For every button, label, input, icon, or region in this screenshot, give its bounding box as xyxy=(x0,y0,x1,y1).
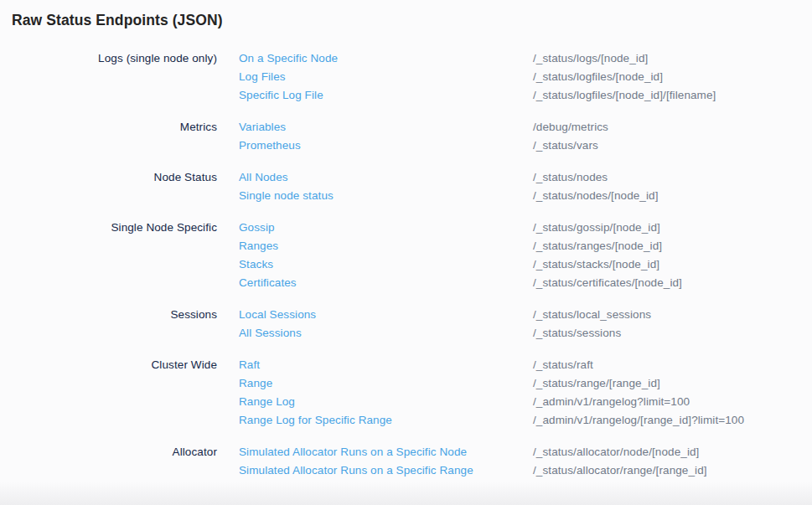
group-label: Sessions xyxy=(0,306,217,343)
endpoint-path: /_status/ranges/[node_id] xyxy=(533,237,812,255)
group-allocator: Allocator Simulated Allocator Runs on a … xyxy=(0,443,812,480)
endpoint-link[interactable]: Ranges xyxy=(239,237,533,255)
endpoint-path: /_status/nodes xyxy=(533,168,812,187)
endpoint-link[interactable]: Simulated Allocator Runs on a Specific R… xyxy=(239,461,533,480)
endpoint-link[interactable]: All Sessions xyxy=(239,324,533,343)
endpoint-path: /debug/metrics xyxy=(533,118,812,137)
endpoint-path: /_status/logs/[node_id] xyxy=(533,49,812,68)
endpoint-row: All Nodes /_status/nodes xyxy=(239,168,812,187)
endpoint-row: Range Log for Specific Range /_admin/v1/… xyxy=(239,411,812,430)
endpoint-row: Raft /_status/raft xyxy=(239,356,812,374)
endpoint-path: /_status/allocator/node/[node_id] xyxy=(533,443,812,461)
group-cluster-wide: Cluster Wide Raft /_status/raft Range /_… xyxy=(0,356,812,430)
endpoint-row: Certificates /_status/certificates/[node… xyxy=(239,274,812,292)
endpoint-link[interactable]: Log Files xyxy=(239,68,533,86)
group-label: Node Status xyxy=(0,168,217,205)
endpoint-row: Stacks /_status/stacks/[node_id] xyxy=(239,255,812,274)
endpoint-row: On a Specific Node /_status/logs/[node_i… xyxy=(239,49,812,68)
endpoint-link[interactable]: Raft xyxy=(239,356,533,374)
endpoint-row: Prometheus /_status/vars xyxy=(239,137,812,155)
endpoint-row: Simulated Allocator Runs on a Specific R… xyxy=(239,461,812,480)
endpoint-link[interactable]: Certificates xyxy=(239,274,533,292)
endpoint-row: Simulated Allocator Runs on a Specific N… xyxy=(239,443,812,461)
group-label: Allocator xyxy=(0,443,217,480)
endpoint-link[interactable]: On a Specific Node xyxy=(239,49,533,68)
endpoint-path: /_status/stacks/[node_id] xyxy=(533,255,812,274)
endpoint-row: Single node status /_status/nodes/[node_… xyxy=(239,187,812,205)
endpoint-path: /_status/range/[range_id] xyxy=(533,374,812,393)
endpoint-link[interactable]: Variables xyxy=(239,118,533,137)
endpoint-link[interactable]: Specific Log File xyxy=(239,86,533,105)
endpoint-row: Range Log /_admin/v1/rangelog?limit=100 xyxy=(239,393,812,411)
endpoint-link[interactable]: Simulated Allocator Runs on a Specific N… xyxy=(239,443,533,461)
group-single-node-specific: Single Node Specific Gossip /_status/gos… xyxy=(0,219,812,292)
endpoint-row: Log Files /_status/logfiles/[node_id] xyxy=(239,68,812,86)
endpoint-path: /_status/sessions xyxy=(533,324,812,343)
endpoint-link[interactable]: Range Log for Specific Range xyxy=(239,411,533,430)
endpoint-path: /_status/logfiles/[node_id]/[filename] xyxy=(533,86,812,105)
endpoint-row: Ranges /_status/ranges/[node_id] xyxy=(239,237,812,255)
endpoint-path: /_status/allocator/range/[range_id] xyxy=(533,461,812,480)
endpoint-path: /_status/logfiles/[node_id] xyxy=(533,68,812,86)
group-label: Logs (single node only) xyxy=(0,49,217,105)
endpoint-row: All Sessions /_status/sessions xyxy=(239,324,812,343)
endpoint-row: Range /_status/range/[range_id] xyxy=(239,374,812,393)
endpoint-path: /_admin/v1/rangelog?limit=100 xyxy=(533,393,812,411)
endpoint-link[interactable]: Gossip xyxy=(239,219,533,237)
endpoint-link[interactable]: Range Log xyxy=(239,393,533,411)
endpoint-link[interactable]: All Nodes xyxy=(239,168,533,187)
group-label: Single Node Specific xyxy=(0,219,217,292)
endpoint-link[interactable]: Stacks xyxy=(239,255,533,274)
group-node-status: Node Status All Nodes /_status/nodes Sin… xyxy=(0,168,812,205)
page-title: Raw Status Endpoints (JSON) xyxy=(0,11,812,29)
endpoint-link[interactable]: Local Sessions xyxy=(239,306,533,324)
group-logs: Logs (single node only) On a Specific No… xyxy=(0,49,812,105)
endpoint-path: /_status/gossip/[node_id] xyxy=(533,219,812,237)
endpoint-link[interactable]: Prometheus xyxy=(239,137,533,155)
page-bottom-gradient xyxy=(0,482,812,505)
endpoint-link[interactable]: Single node status xyxy=(239,187,533,205)
endpoint-path: /_status/nodes/[node_id] xyxy=(533,187,812,205)
group-label: Cluster Wide xyxy=(0,356,217,430)
endpoint-path: /_status/certificates/[node_id] xyxy=(533,274,812,292)
endpoint-path: /_status/local_sessions xyxy=(533,306,812,324)
endpoint-row: Variables /debug/metrics xyxy=(239,118,812,137)
endpoint-row: Specific Log File /_status/logfiles/[nod… xyxy=(239,86,812,105)
endpoint-row: Gossip /_status/gossip/[node_id] xyxy=(239,219,812,237)
endpoint-path: /_admin/v1/rangelog/[range_id]?limit=100 xyxy=(533,411,812,430)
raw-status-endpoints-page: Raw Status Endpoints (JSON) Logs (single… xyxy=(0,0,812,505)
endpoint-path: /_status/raft xyxy=(533,356,812,374)
group-sessions: Sessions Local Sessions /_status/local_s… xyxy=(0,306,812,343)
endpoint-link[interactable]: Range xyxy=(239,374,533,393)
group-label: Metrics xyxy=(0,118,217,155)
group-metrics: Metrics Variables /debug/metrics Prometh… xyxy=(0,118,812,155)
endpoint-path: /_status/vars xyxy=(533,137,812,155)
endpoint-groups: Logs (single node only) On a Specific No… xyxy=(0,49,812,480)
endpoint-row: Local Sessions /_status/local_sessions xyxy=(239,306,812,324)
